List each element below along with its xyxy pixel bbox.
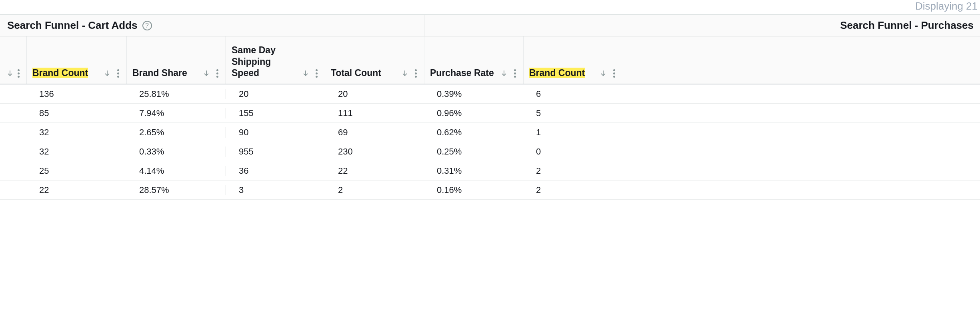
table-cell: 0.96% — [424, 108, 523, 118]
table-cell: 90 — [226, 127, 325, 138]
table-cell: 22 — [325, 166, 424, 176]
table-cell: 25 — [26, 166, 126, 176]
column-header-brand-share[interactable]: Brand Share — [126, 36, 226, 84]
column-header-purchase-rate[interactable]: Purchase Rate — [424, 36, 523, 84]
table-cell: 155 — [226, 108, 325, 118]
column-header-row: Brand Count Brand Share Same Day Shippin… — [0, 36, 980, 84]
column-header-brand-count[interactable]: Brand Count — [26, 36, 126, 84]
table-cell: 4.14% — [126, 166, 226, 176]
kebab-menu-icon[interactable] — [114, 68, 122, 79]
column-header-brand-count-purchases[interactable]: Brand Count — [523, 36, 622, 84]
table-cell: 0 — [523, 146, 622, 157]
column-header-label: Brand Count — [32, 67, 102, 79]
column-group-purchases: Search Funnel - Purchases — [424, 15, 980, 36]
data-grid: Search Funnel - Cart Adds ? Search Funne… — [0, 14, 980, 200]
table-cell: 22 — [26, 185, 126, 195]
column-group-shipping — [325, 15, 424, 36]
table-cell: 2 — [523, 185, 622, 195]
table-cell: 230 — [325, 146, 424, 157]
kebab-menu-icon[interactable] — [511, 68, 518, 79]
table-cell: 6 — [523, 89, 622, 99]
arrow-down-icon[interactable] — [399, 68, 410, 79]
table-cell: 955 — [226, 146, 325, 157]
column-header-label: Same Day Shipping Speed — [232, 44, 300, 79]
table-row[interactable]: 13625.81%20200.39%6 — [0, 84, 980, 104]
table-row[interactable]: 254.14%36220.31%2 — [0, 161, 980, 181]
table-cell: 0.16% — [424, 185, 523, 195]
kebab-menu-icon[interactable] — [610, 68, 618, 79]
table-cell: 0.39% — [424, 89, 523, 99]
column-header-label: Brand Share — [132, 67, 201, 79]
arrow-down-icon[interactable] — [498, 68, 510, 79]
table-cell: 5 — [523, 108, 622, 118]
arrow-down-icon[interactable] — [6, 68, 14, 79]
column-header-trailing-space — [622, 36, 980, 84]
column-group-cart-adds: Search Funnel - Cart Adds ? — [0, 15, 325, 36]
kebab-menu-icon[interactable] — [16, 68, 22, 79]
kebab-menu-icon[interactable] — [214, 68, 221, 79]
column-group-label: Search Funnel - Purchases — [840, 19, 974, 32]
table-cell: 0.33% — [126, 146, 226, 157]
table-cell: 0.31% — [424, 166, 523, 176]
table-cell: 7.94% — [126, 108, 226, 118]
column-header-label: Brand Count — [529, 67, 598, 79]
table-row[interactable]: 322.65%90690.62%1 — [0, 123, 980, 142]
table-cell: 3 — [226, 185, 325, 195]
column-header-label: Total Count — [331, 67, 399, 79]
kebab-menu-icon[interactable] — [313, 68, 320, 79]
arrow-down-icon[interactable] — [102, 68, 113, 79]
results-count-text: Displaying 21 — [0, 0, 980, 14]
column-group-header-row: Search Funnel - Cart Adds ? Search Funne… — [0, 15, 980, 36]
table-row[interactable]: 857.94%1551110.96%5 — [0, 104, 980, 123]
help-icon[interactable]: ? — [142, 21, 152, 30]
table-cell: 85 — [26, 108, 126, 118]
column-header-leading[interactable] — [0, 36, 26, 84]
table-cell: 2 — [325, 185, 424, 195]
table-cell: 36 — [226, 166, 325, 176]
table-row[interactable]: 2228.57%320.16%2 — [0, 181, 980, 200]
table-cell: 69 — [325, 127, 424, 138]
table-cell: 1 — [523, 127, 622, 138]
column-header-label: Purchase Rate — [430, 67, 498, 79]
table-cell: 20 — [226, 89, 325, 99]
table-cell: 32 — [26, 127, 126, 138]
column-header-same-day-shipping[interactable]: Same Day Shipping Speed — [226, 36, 325, 84]
table-cell: 25.81% — [126, 89, 226, 99]
table-cell: 136 — [26, 89, 126, 99]
table-cell: 2.65% — [126, 127, 226, 138]
table-row[interactable]: 320.33%9552300.25%0 — [0, 142, 980, 161]
arrow-down-icon[interactable] — [201, 68, 212, 79]
column-group-label: Search Funnel - Cart Adds — [7, 19, 138, 32]
arrow-down-icon[interactable] — [598, 68, 609, 79]
column-header-total-count[interactable]: Total Count — [325, 36, 424, 84]
table-cell: 0.62% — [424, 127, 523, 138]
kebab-menu-icon[interactable] — [412, 68, 419, 79]
arrow-down-icon[interactable] — [300, 68, 311, 79]
table-cell: 0.25% — [424, 146, 523, 157]
table-cell: 111 — [325, 108, 424, 118]
table-cell: 32 — [26, 146, 126, 157]
table-cell: 28.57% — [126, 185, 226, 195]
table-cell: 20 — [325, 89, 424, 99]
table-cell: 2 — [523, 166, 622, 176]
